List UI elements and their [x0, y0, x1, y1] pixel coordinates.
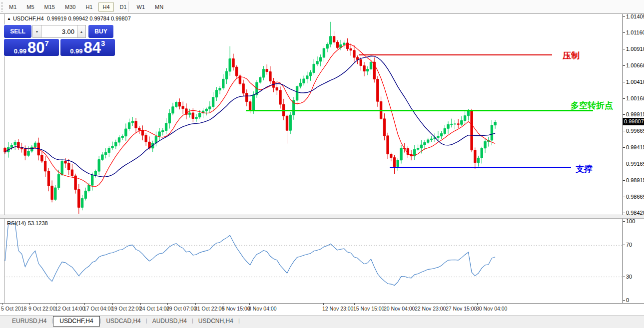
time-tick-mark	[385, 303, 385, 305]
rsi-indicator-label: RSI(14)53.1238	[7, 220, 50, 226]
ohlc-high: 0.99942	[68, 15, 88, 21]
time-axis-label: 8 Nov 04:00	[248, 306, 277, 312]
price-tick-label: 0.98915	[626, 177, 644, 183]
time-axis-line	[0, 303, 644, 304]
time-tick-mark	[2, 303, 2, 305]
ma-fast-line	[5, 44, 495, 187]
up-candle-bodies	[7, 36, 497, 208]
time-axis-label: 5 Nov 15:00	[222, 306, 250, 312]
time-tick-mark	[249, 303, 250, 305]
timeframe-mn[interactable]: MN	[151, 2, 167, 12]
time-tick-mark	[56, 303, 56, 305]
time-tick-mark	[195, 303, 196, 305]
time-tick-mark	[140, 303, 141, 305]
timeframe-m15[interactable]: M15	[40, 2, 59, 12]
triangle-down-icon: ▼	[35, 30, 39, 33]
chart-tab-bar: EURUSD,H4|USDCHF,H4|USDCAD,H4|AUDUSD,H4|…	[0, 316, 644, 328]
tab-usdcad-h4[interactable]: USDCAD,H4	[101, 317, 145, 326]
one-click-trading-panel: SELL ▼ 3.00 ▲ BUY 0.99807 0.99843	[3, 24, 115, 56]
price-tick-label: 1.00660	[626, 62, 644, 68]
toolbar-separator	[128, 1, 129, 12]
price-tick-label: 1.00160	[626, 95, 644, 101]
rsi-tick-label: 0	[626, 297, 629, 303]
tab-usdcnh-h4[interactable]: USDCNH,H4	[193, 317, 238, 326]
time-tick-mark	[84, 303, 85, 305]
rsi-tick-label: 70	[626, 242, 632, 248]
price-tick-label: 0.98420	[626, 210, 644, 216]
time-axis-label: 20 Nov 04:00	[384, 306, 415, 312]
price-tick-label: 1.01405	[626, 13, 644, 19]
time-axis-label: 31 Oct 22:00	[194, 306, 224, 312]
price-tick-label: 0.99165	[626, 161, 644, 167]
time-axis-label: 12 Nov 23:00	[322, 306, 353, 312]
toolbar-grip-handle[interactable]	[1, 2, 3, 11]
ohlc-close: 0.99807	[111, 15, 131, 21]
trendline-support[interactable]	[390, 167, 571, 168]
time-tick-mark	[112, 303, 113, 305]
time-axis-label: 22 Nov 23:00	[415, 306, 446, 312]
time-axis-label: 5 Oct 2018	[1, 306, 26, 312]
time-axis-label: 24 Oct 14:00	[139, 306, 169, 312]
time-tick-mark	[354, 303, 355, 305]
time-axis-label: 29 Oct 07:00	[166, 306, 196, 312]
price-tick-label: 1.01160	[626, 29, 644, 35]
price-tick-label: 0.99665	[626, 128, 644, 134]
price-tick-label: 0.98665	[626, 194, 644, 200]
collapse-panel-icon[interactable]: ▲	[7, 16, 11, 21]
ohlc-low: 0.99784	[89, 15, 109, 21]
rsi-tick-label: 100	[626, 218, 635, 224]
ohlc-open: 0.99919	[47, 15, 67, 21]
ask-main-digits: 84	[83, 40, 100, 55]
time-axis-label: 19 Oct 22:00	[111, 306, 141, 312]
price-tick-label: 0.99915	[626, 111, 644, 117]
buy-button[interactable]: BUY	[88, 25, 113, 38]
timeframe-m5[interactable]: M5	[22, 2, 38, 12]
time-tick-mark	[223, 303, 223, 305]
rsi-name: RSI(14)	[7, 220, 26, 226]
timeframe-toolbar-bar: M1M5M15M30H1H4D1W1MN	[0, 0, 644, 13]
down-candle-bodies	[4, 36, 476, 208]
sell-button[interactable]: SELL	[4, 25, 31, 38]
bid-price-button[interactable]: 0.99807	[4, 39, 59, 56]
pane-splitter[interactable]	[0, 215, 644, 219]
rsi-value: 53.1238	[28, 220, 48, 226]
trendline-label-resistance[interactable]: 压制	[563, 50, 580, 61]
timeframe-h1[interactable]: H1	[81, 2, 96, 12]
rsi-tick-label: 30	[626, 274, 632, 280]
volume-input[interactable]: 3.00	[41, 25, 77, 38]
time-axis-label: 17 Oct 04:00	[83, 306, 113, 312]
timeframe-toolbar: M1M5M15M30H1H4D1W1MN	[4, 0, 168, 13]
time-tick-mark	[29, 303, 30, 305]
time-axis-label: 27 Nov 15:00	[446, 306, 477, 312]
bid-pip-digit: 7	[44, 39, 48, 47]
time-tick-mark	[447, 303, 447, 305]
price-axis-divider	[623, 14, 623, 303]
tab-eurusd-h4[interactable]: EURUSD,H4	[7, 317, 51, 326]
timeframe-m1[interactable]: M1	[5, 2, 20, 12]
mt4-window: M1M5M15M30H1H4D1W1MN ▲USDCHF,H4 0.999190…	[0, 0, 644, 328]
ask-price-button[interactable]: 0.99843	[60, 39, 115, 56]
time-axis-label: 30 Nov 04:00	[476, 306, 507, 312]
time-axis-label: 9 Oct 22:00	[28, 306, 55, 312]
ask-pip-digit: 3	[101, 39, 105, 47]
tab-audusd-h4[interactable]: AUDUSD,H4	[147, 317, 192, 326]
chart-symbol-period: USDCHF,H4	[13, 15, 44, 21]
tab-usdchf-h4[interactable]: USDCHF,H4	[53, 316, 99, 327]
volume-decrease-button[interactable]: ▼	[32, 25, 41, 38]
timeframe-m30[interactable]: M30	[61, 2, 79, 12]
time-axis-label: 15 Nov 15:00	[353, 306, 384, 312]
timeframe-h4[interactable]: H4	[98, 2, 113, 12]
bid-main-digits: 80	[27, 40, 44, 55]
time-tick-mark	[167, 303, 168, 305]
trendline-label-bull-bear-pivot[interactable]: 多空转折点	[571, 100, 613, 111]
rsi-chart[interactable]	[0, 219, 623, 303]
trendline-resistance[interactable]	[359, 54, 552, 55]
trendline-bull-bear-pivot[interactable]	[246, 110, 593, 111]
ask-prefix: 0.99	[70, 47, 82, 55]
volume-increase-button[interactable]: ▲	[77, 25, 86, 38]
bid-prefix: 0.99	[14, 47, 26, 55]
timeframe-w1[interactable]: W1	[133, 2, 149, 12]
trendline-label-support[interactable]: 支撑	[576, 163, 593, 175]
time-axis-label: 12 Oct 14:00	[55, 306, 85, 312]
price-tick-label: 0.99415	[626, 144, 644, 150]
